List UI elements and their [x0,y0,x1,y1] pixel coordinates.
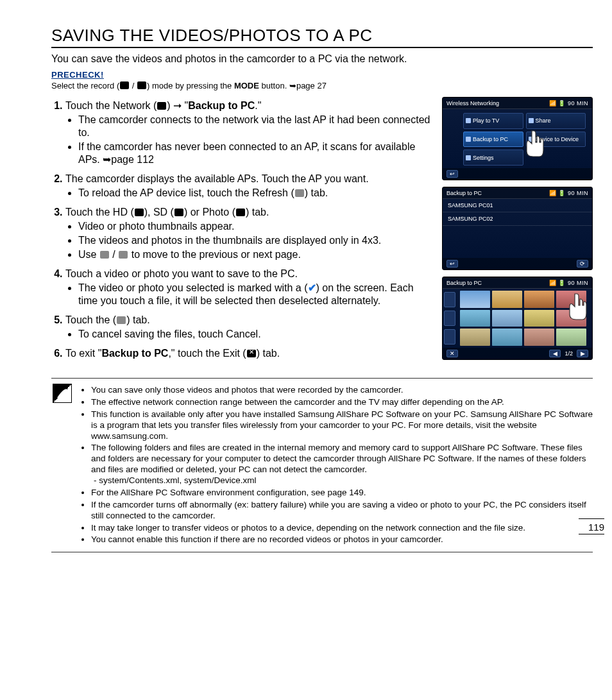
s3-b3: Use / to move to the previous or next pa… [78,248,434,261]
s3d: ) tab. [246,207,269,218]
thumbnail[interactable] [460,329,490,346]
s1-prefix: Touch the Network ( [65,100,157,111]
sd-icon [174,209,183,216]
thumbnail[interactable] [556,329,586,346]
back-button[interactable]: ↩ [446,260,458,268]
s3-b3b: to move to the previous or next page. [128,249,301,260]
s3-b3a: Use [78,249,99,260]
s1-suffix: ." [255,100,261,111]
note4-sub: - system/Contents.xml, system/Device.xml [91,475,593,486]
screen3-title: Backup to PC [446,280,482,286]
tile-share[interactable]: Share [526,113,586,129]
screen-wireless-networking: Wireless Networking 📶 🔋 90 MIN Play to T… [442,97,593,180]
note4-text: The following folders and files are crea… [91,443,586,474]
intro-text: You can save the videos and photos in th… [51,53,593,65]
note-item: For the AllShare PC Software environment… [91,488,593,499]
step-1: Touch the Network () ➞ "Backup to PC." T… [65,99,434,166]
hd-tab[interactable] [444,292,455,307]
note-item: This function is available only after yo… [91,409,593,442]
sd-tab[interactable] [444,311,455,326]
step-2: The camcorder displays the available APs… [65,173,434,200]
s3-b1: Video or photo thumbnails appear. [78,220,434,233]
page-number-value: 119 [588,522,604,533]
refresh-icon [295,189,304,197]
step-4: Touch a video or photo you want to save … [65,268,434,307]
thumbnail[interactable] [556,291,586,308]
thumbnail[interactable] [460,310,490,327]
screen1-title: Wireless Networking [446,100,499,107]
s3-b2: The videos and photos in the thumbnails … [78,234,434,247]
s1-bold: Backup to PC [188,100,255,111]
mode-label: MODE [234,81,259,90]
photo-mode-icon [137,81,146,89]
next-icon [119,251,128,259]
steps-list: Touch the Network () ➞ "Backup to PC." T… [51,97,434,366]
thumbnail[interactable] [492,291,522,308]
photo-icon [236,209,245,216]
page-title: SAVING THE VIDEOS/PHOTOS TO A PC [51,26,593,48]
close-button[interactable]: ✕ [446,350,458,357]
note-icon [53,384,72,403]
s3b: ), SD ( [144,207,174,218]
tile-backup-to-pc[interactable]: Backup to PC [463,132,523,148]
exit-icon: ✕ [247,350,256,357]
tile-settings[interactable]: Settings [463,149,523,166]
precheck-mid: ) mode by pressing the [147,81,234,90]
check-icon: ✔ [308,282,316,293]
device-list-item[interactable]: SAMSUNG PC02 [443,212,592,226]
s4-text: Touch a video or photo you want to save … [65,268,298,279]
note-item: If the camcorder turns off abnormally (e… [91,500,593,522]
back-button[interactable]: ↩ [446,170,458,178]
thumbnail[interactable] [524,291,554,308]
s2-text: The camcorder displays the available APs… [65,173,369,184]
tile-device-to-device[interactable]: Device to Device [526,132,586,148]
s6a: To exit " [65,348,101,359]
note-item: You cannot enable this function if there… [91,534,593,545]
note-item: The effective network connection range b… [91,397,593,408]
s6-bold: Backup to PC [101,348,168,359]
s1-b1: The camcorder connects to the network vi… [78,114,434,139]
screen2-title: Backup to PC [446,190,482,196]
precheck-suffix: button. ➥page 27 [259,81,327,90]
screen3-time: 90 MIN [568,280,588,286]
s3c: ) or Photo ( [184,207,235,218]
refresh-button[interactable]: ⟳ [577,260,588,268]
s4-b1a: The video or photo you selected is marke… [78,282,308,293]
thumbnail[interactable] [492,310,522,327]
precheck-heading: PRECHECK! [51,70,593,80]
thumbnail[interactable] [524,310,554,327]
precheck-prefix: Select the record ( [51,81,119,90]
note-item: The following folders and files are crea… [91,443,593,486]
tile-play-to-tv[interactable]: Play to TV [463,113,523,129]
photo-tab[interactable] [444,329,455,345]
s3a: Touch the HD ( [65,207,134,218]
save-tab-icon [117,316,126,324]
prev-page-button[interactable]: ◀ [549,350,561,357]
thumbnail[interactable] [556,310,586,327]
page-indicator: 1/2 [565,350,573,357]
next-page-button[interactable]: ▶ [577,350,588,357]
step-6: To exit "Backup to PC," touch the Exit (… [65,347,434,360]
s6b: ," touch the Exit ( [168,348,246,359]
thumbnail[interactable] [460,291,490,308]
hd-icon [135,209,144,216]
video-mode-icon [120,81,129,89]
step-3: Touch the HD (), SD () or Photo () tab. … [65,206,434,261]
s1-mid: ) ➞ " [167,100,188,111]
step-5: Touch the () tab. To cancel saving the f… [65,314,434,341]
screen3-status: 📶 🔋 90 MIN [549,280,588,286]
screen-backup-device-list: Backup to PC 📶 🔋 90 MIN SAMSUNG PC01 SAM… [442,187,593,270]
s2-b1b: ) tab. [305,187,328,198]
thumbnail[interactable] [492,329,522,346]
screen2-time: 90 MIN [568,190,588,196]
screenshots-column: Wireless Networking 📶 🔋 90 MIN Play to T… [442,97,593,366]
device-list-item[interactable]: SAMSUNG PC01 [443,199,592,212]
thumbnail[interactable] [524,329,554,346]
notes-box: You can save only those videos and photo… [51,378,593,552]
prev-icon [100,251,109,259]
page-number: 119 [579,518,604,534]
screen1-status: 📶 🔋 90 MIN [549,100,588,107]
network-icon [157,102,166,110]
s4-b1: The video or photo you selected is marke… [78,282,434,307]
screen1-time: 90 MIN [568,100,588,107]
